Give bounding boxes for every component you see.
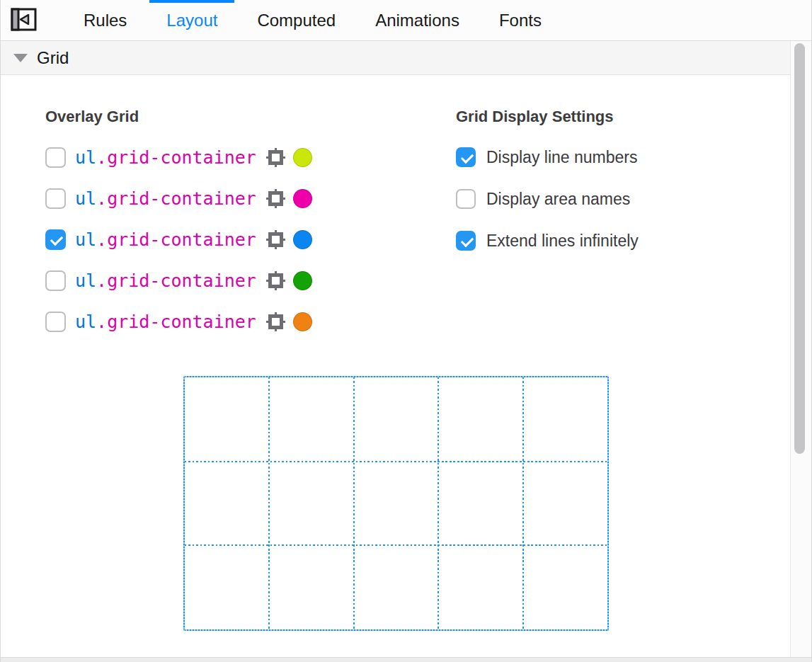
selector-tag: ul [75, 312, 96, 332]
grid-overlay-checkbox[interactable] [45, 229, 66, 250]
collapse-sidebar-icon [11, 8, 37, 33]
sidebar-tab-bar: Rules Layout Computed Animations Fonts [1, 0, 811, 41]
overlay-grid-list: ul.grid-container ul.grid-container [45, 147, 312, 332]
selector-tag: ul [75, 188, 96, 209]
option-display-area-names[interactable]: Display area names [456, 188, 639, 210]
vertical-scrollbar[interactable] [790, 41, 811, 657]
tab-fonts[interactable]: Fonts [479, 0, 561, 40]
selector-tag: ul [75, 229, 96, 250]
tab-animations[interactable]: Animations [355, 0, 479, 40]
grid-selector-label[interactable]: ul.grid-container [75, 270, 256, 291]
grid-preview-column-line [522, 377, 524, 629]
disclosure-triangle-icon [13, 54, 28, 62]
grid-overlay-item[interactable]: ul.grid-container [45, 270, 312, 291]
selector-class: .grid-container [96, 229, 256, 250]
grid-display-settings-list: Display line numbers Display area names … [456, 147, 639, 251]
grid-selector-label[interactable]: ul.grid-container [75, 147, 256, 168]
grid-preview-column-line [438, 377, 439, 629]
grid-selector-label[interactable]: ul.grid-container [75, 229, 256, 250]
overlay-grid-section: Overlay Grid ul.grid-container ul.grid-c… [45, 108, 312, 352]
overlay-grid-heading: Overlay Grid [45, 108, 312, 126]
inspect-node-icon[interactable] [266, 148, 285, 167]
grid-overlay-item[interactable]: ul.grid-container [45, 311, 312, 332]
grid-color-swatch[interactable] [293, 189, 312, 208]
selector-tag: ul [75, 147, 96, 168]
option-label[interactable]: Extend lines infinitely [486, 232, 639, 251]
tab-rules[interactable]: Rules [64, 0, 147, 40]
display-line-numbers-checkbox[interactable] [456, 147, 476, 167]
grid-color-swatch[interactable] [293, 230, 312, 249]
grid-section-header[interactable]: Grid [1, 41, 791, 75]
selector-tag: ul [75, 270, 96, 291]
grid-overlay-checkbox[interactable] [45, 147, 66, 168]
selector-class: .grid-container [96, 270, 256, 291]
grid-preview-column-line [353, 377, 355, 629]
grid-overlay-checkbox[interactable] [45, 270, 66, 291]
inspect-node-icon[interactable] [266, 230, 285, 249]
collapse-sidebar-button[interactable] [10, 8, 37, 33]
grid-color-swatch[interactable] [293, 148, 312, 167]
grid-display-settings-section: Grid Display Settings Display line numbe… [456, 108, 639, 272]
option-extend-lines-infinitely[interactable]: Extend lines infinitely [456, 230, 639, 251]
selector-class: .grid-container [96, 312, 256, 332]
inspect-node-icon[interactable] [266, 312, 285, 331]
selector-class: .grid-container [96, 147, 256, 168]
grid-preview[interactable] [183, 376, 609, 631]
grid-section-title: Grid [37, 48, 69, 68]
display-area-names-checkbox[interactable] [456, 189, 476, 209]
grid-color-swatch[interactable] [293, 312, 312, 331]
grid-display-settings-heading: Grid Display Settings [456, 108, 639, 126]
tab-computed[interactable]: Computed [237, 0, 355, 40]
inspect-node-icon[interactable] [266, 271, 285, 290]
grid-overlay-checkbox[interactable] [45, 312, 66, 332]
panel-tabs: Rules Layout Computed Animations Fonts [64, 0, 561, 40]
selector-class: .grid-container [96, 188, 256, 209]
grid-selector-label[interactable]: ul.grid-container [75, 188, 256, 209]
grid-overlay-item[interactable]: ul.grid-container [45, 229, 312, 250]
grid-preview-column-line [268, 377, 270, 629]
extend-lines-infinitely-checkbox[interactable] [456, 231, 476, 251]
grid-overlay-item[interactable]: ul.grid-container [45, 147, 312, 168]
devtools-layout-panel: Rules Layout Computed Animations Fonts G… [0, 0, 812, 662]
scrollbar-thumb[interactable] [794, 43, 805, 454]
grid-overlay-item[interactable]: ul.grid-container [45, 188, 312, 209]
option-display-line-numbers[interactable]: Display line numbers [456, 147, 639, 168]
window-bottom-edge [1, 657, 811, 662]
grid-preview-row-line [185, 461, 607, 462]
grid-selector-label[interactable]: ul.grid-container [75, 312, 256, 332]
option-label[interactable]: Display line numbers [486, 148, 637, 167]
tab-layout[interactable]: Layout [147, 0, 237, 40]
grid-overlay-checkbox[interactable] [45, 188, 66, 209]
grid-panel-content: Overlay Grid ul.grid-container ul.grid-c… [1, 76, 791, 657]
option-label[interactable]: Display area names [486, 190, 630, 209]
grid-preview-row-line [185, 544, 607, 546]
grid-color-swatch[interactable] [293, 271, 312, 290]
inspect-node-icon[interactable] [266, 189, 285, 208]
